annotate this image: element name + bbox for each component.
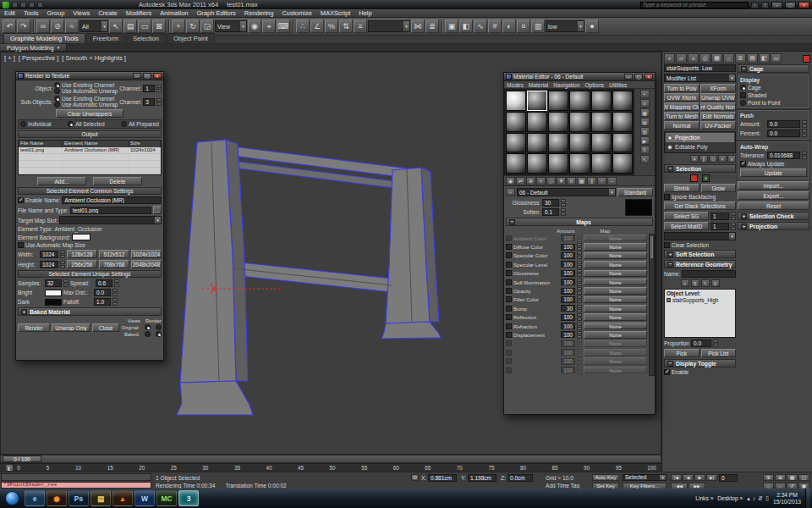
export-button[interactable]: Export... (738, 191, 809, 200)
align-icon[interactable]: ≣ (425, 19, 439, 33)
map-enable-checkbox[interactable] (506, 323, 512, 329)
falloff-field[interactable]: 1.0 (94, 298, 111, 306)
all-selected-radio[interactable] (68, 121, 74, 127)
material-sample-slot[interactable] (506, 133, 526, 153)
vlc-icon[interactable]: ▲ (112, 490, 133, 506)
video-color-check-icon[interactable]: ▥ (640, 127, 650, 135)
maxscript-listener-white-line[interactable] (1, 473, 151, 481)
modifier-button-edit-normals[interactable]: Edit Normals (700, 112, 736, 120)
modifier-button-uv-packer[interactable]: UV-Packer (700, 121, 736, 130)
map-button[interactable]: None (584, 367, 647, 374)
proportion-spinner[interactable] (713, 340, 718, 347)
menu-edit[interactable]: Edit (0, 9, 19, 17)
minimize-button[interactable] (771, 2, 782, 8)
ribbon-tab-graphite-modeling-tools[interactable]: Graphite Modeling Tools (3, 33, 85, 43)
material-sample-slot[interactable] (612, 153, 633, 174)
mat-menu-material[interactable]: Material (529, 82, 548, 88)
modifier-button-uvw-xform[interactable]: UVW Xform (664, 93, 700, 102)
map-button[interactable]: None (584, 235, 647, 242)
map-button[interactable]: None (584, 313, 647, 321)
start-button[interactable] (5, 491, 19, 505)
rectangular-selection-region-icon[interactable]: ▭ (138, 19, 151, 33)
modifier-button-unwrap-uvw[interactable]: Unwrap UVW (700, 93, 736, 102)
output-header[interactable]: Output (18, 130, 162, 138)
map-amount-field[interactable]: 100 (561, 323, 575, 329)
pick-material-eyedropper-icon[interactable]: ⌖ (506, 188, 515, 196)
subobject-channel-field[interactable]: 3 (143, 98, 155, 106)
map-button[interactable]: None (584, 279, 647, 286)
modifier-visibility-icon[interactable] (667, 145, 672, 150)
map-enable-checkbox[interactable] (506, 332, 512, 338)
map-enable-checkbox[interactable] (506, 296, 512, 302)
baked-material-rollout-header[interactable]: Baked Material (18, 307, 162, 316)
map-amount-field[interactable]: 100 (561, 358, 575, 365)
create-tab[interactable]: + (664, 53, 675, 64)
modifier-button-normal[interactable]: Normal (664, 121, 700, 130)
layer-manager-icon[interactable]: ▣ (445, 19, 458, 33)
output-table-row[interactable] (19, 161, 161, 168)
minimize-button[interactable] (133, 73, 141, 79)
x-coordinate-field[interactable]: 0.881cm (428, 474, 457, 482)
3ds-max-icon[interactable]: 3 (178, 490, 199, 506)
action-center-icon[interactable]: ▯ (765, 495, 769, 502)
material-sample-slot[interactable] (506, 91, 526, 111)
viewport-pov-menu[interactable]: [ Perspective ] (19, 54, 59, 62)
map-button[interactable]: None (584, 305, 647, 312)
select-sg-button[interactable]: Select SG (664, 212, 709, 220)
named-selection-set-dropdown[interactable] (664, 232, 736, 240)
auto-key-button[interactable]: Auto Key (592, 474, 619, 482)
collapse-icon[interactable] (509, 219, 515, 225)
material-sample-slot[interactable] (527, 112, 547, 132)
maxscript-listener-pink-line[interactable]: *3PointShader_ree (1, 482, 151, 489)
mirror-icon[interactable]: ⋈ (411, 19, 425, 33)
select-by-material-icon[interactable]: ↖ (640, 155, 650, 163)
output-table-row[interactable] (19, 154, 161, 161)
zoom-all-icon[interactable]: ⊞ (775, 474, 786, 482)
close-button[interactable] (645, 74, 653, 80)
clear-selection-checkbox[interactable] (664, 242, 670, 248)
soften-field[interactable]: 0.1 (542, 208, 559, 216)
viewport-shading-menu[interactable]: [ Smooth + Highlights ] (62, 54, 126, 62)
map-enable-checkbox[interactable] (506, 358, 512, 364)
material-sample-slot[interactable] (591, 153, 612, 174)
face-subobject-icon[interactable] (690, 174, 698, 182)
render-production-icon[interactable]: ● (585, 19, 599, 33)
undo-quick-icon[interactable] (37, 2, 43, 8)
select-and-scale-icon[interactable]: ◲ (200, 19, 214, 33)
size-2048-button[interactable]: 2048x2048 (131, 260, 162, 268)
timeline-tick[interactable]: 0 (17, 465, 20, 471)
redo-icon[interactable]: ↷ (17, 19, 30, 33)
reference-geometry-rollout-header[interactable]: Reference Geometry (664, 260, 736, 268)
size-128-button[interactable]: 128x128 (67, 250, 97, 258)
background-icon[interactable]: ▦ (640, 108, 650, 117)
modifier-stack-item-editable-poly[interactable]: Editable Poly (666, 142, 734, 152)
get-stack-selections-button[interactable]: Get Stack Selections (664, 202, 736, 210)
output-table[interactable]: File NameElement NameSize test01.pngAmbi… (18, 140, 162, 175)
map-amount-field[interactable]: 100 (561, 279, 575, 285)
mc-icon[interactable]: MC (156, 490, 177, 506)
material-sample-slot[interactable] (548, 112, 568, 132)
auto-map-size-checkbox[interactable] (18, 242, 24, 248)
material-sample-slot[interactable] (569, 153, 590, 174)
render-button[interactable]: Render (18, 323, 50, 332)
sample-uv-tiling-icon[interactable]: ▤ (640, 118, 650, 126)
menu-maxscript[interactable]: MAXScript (316, 9, 354, 17)
target-map-slot-dropdown[interactable] (59, 216, 162, 224)
motion-tab[interactable]: ◎ (700, 53, 710, 64)
transform-typein-lock-icon[interactable]: ⊙ (411, 474, 419, 482)
bright-color-swatch[interactable] (45, 290, 62, 296)
map-enable-checkbox[interactable] (506, 367, 512, 373)
pick-list-button[interactable]: Pick List (701, 349, 737, 357)
height-spinner[interactable] (60, 261, 65, 268)
object-auto-radio[interactable] (54, 88, 60, 94)
map-enable-checkbox[interactable] (506, 279, 512, 285)
rendered-frame-window-icon[interactable]: ▥ (531, 19, 545, 33)
shaded-checkbox[interactable] (740, 92, 746, 98)
map-amount-spinner[interactable] (577, 261, 582, 268)
timeline-tick[interactable]: 75 (488, 465, 494, 471)
mat-menu-modes[interactable]: Modes (507, 82, 524, 88)
size-256-button[interactable]: 256x256 (67, 260, 97, 268)
select-sg-field[interactable]: 1 (710, 213, 729, 220)
proportion-field[interactable]: 0.0 (691, 340, 711, 347)
subobject-existing-radio[interactable] (54, 96, 60, 102)
